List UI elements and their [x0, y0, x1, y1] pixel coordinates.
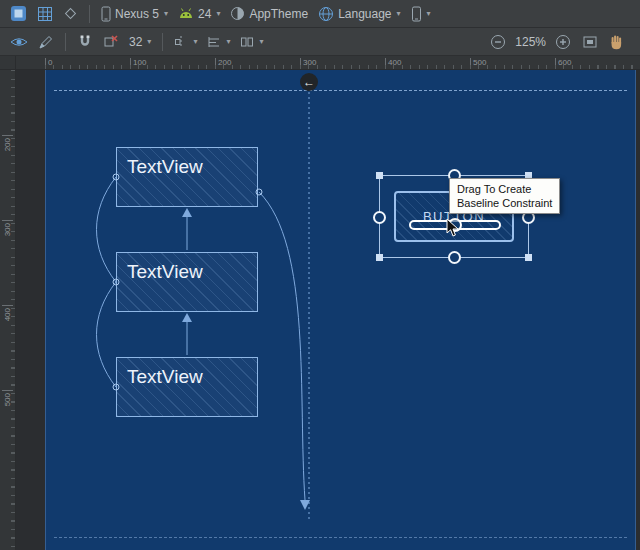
textview-label: TextView: [117, 148, 257, 178]
textview-widget-2[interactable]: TextView: [116, 252, 258, 312]
constraint-anchor-bottom[interactable]: [448, 251, 461, 264]
api-level-label: 24: [198, 7, 211, 21]
chevron-down-icon: ▾: [193, 38, 197, 46]
textview-widget-1[interactable]: TextView: [116, 147, 258, 207]
blueprint-mode-button[interactable]: [33, 3, 57, 25]
magnet-icon: [77, 34, 93, 49]
phone-icon: [101, 6, 111, 22]
hand-icon: [609, 34, 624, 50]
back-arrow-icon: ←: [303, 76, 315, 88]
tooltip: Drag To Create Baseline Constraint: [449, 178, 560, 214]
zoom-controls: 125%: [486, 31, 634, 53]
orientation-variant-button[interactable]: [59, 3, 82, 25]
textview-label: TextView: [117, 253, 257, 283]
horizontal-ruler: 0 100 200 300 400 500 600: [16, 56, 640, 70]
vertical-ruler: 200 300 400 500: [0, 70, 16, 550]
chevron-down-icon: ▾: [427, 10, 431, 18]
textview-widget-3[interactable]: TextView: [116, 357, 258, 417]
zoom-in-icon: [555, 34, 571, 50]
resize-handle[interactable]: [376, 254, 383, 261]
default-margin-value: 32: [129, 35, 142, 49]
blueprint-paint-button[interactable]: [34, 31, 58, 53]
pack-icon: [240, 35, 254, 49]
theme-selector[interactable]: AppTheme: [226, 3, 312, 25]
chevron-down-icon: ▾: [147, 38, 151, 46]
zoom-out-icon: [490, 34, 506, 50]
textview-label: TextView: [117, 358, 257, 388]
guidelines-menu-button[interactable]: ▾: [170, 31, 201, 53]
guideline-icon: [174, 35, 188, 49]
top-margin-guide: [54, 90, 627, 91]
constraint-anchor-left[interactable]: [373, 211, 386, 224]
tooltip-line-1: Drag To Create: [457, 182, 552, 196]
theme-icon: [230, 6, 245, 21]
device-orientation-selector[interactable]: ▾: [407, 3, 435, 25]
resize-handle[interactable]: [376, 172, 383, 179]
eye-icon: [10, 35, 28, 49]
toolbar-separator: [89, 5, 90, 23]
clear-constraints-icon: [103, 34, 119, 49]
toolbar-separator: [65, 33, 66, 51]
clear-constraints-button[interactable]: [99, 31, 123, 53]
chevron-down-icon: ▾: [164, 10, 168, 18]
design-canvas: ← TextView TextView TextView BUTTON: [16, 70, 640, 550]
view-options-button[interactable]: [6, 31, 32, 53]
align-icon: [207, 35, 221, 49]
design-surface-button[interactable]: [6, 3, 31, 25]
default-margin-selector[interactable]: 32 ▾: [125, 31, 155, 53]
device-selector-label: Nexus 5: [115, 7, 159, 21]
zoom-out-button[interactable]: [486, 31, 510, 53]
chevron-down-icon: ▾: [216, 10, 220, 18]
chevron-down-icon: ▾: [226, 38, 230, 46]
pack-menu-button[interactable]: ▾: [236, 31, 267, 53]
chevron-down-icon: ▾: [259, 38, 263, 46]
mouse-cursor-icon: [446, 218, 460, 238]
resize-handle[interactable]: [525, 254, 532, 261]
pan-button[interactable]: [605, 31, 628, 53]
blueprint-canvas[interactable]: ← TextView TextView TextView BUTTON: [45, 70, 636, 550]
editor-toolbar: 32 ▾ ▾ ▾ ▾ 125%: [0, 28, 640, 56]
ruler-corner: [0, 56, 16, 70]
screen-bottom-edge: [54, 537, 627, 538]
grid-icon: [37, 6, 53, 22]
theme-label: AppTheme: [249, 7, 308, 21]
zoom-level-label: 125%: [513, 35, 548, 49]
api-level-selector[interactable]: 24 ▾: [174, 3, 224, 25]
autoconnect-button[interactable]: [73, 31, 97, 53]
phone-portrait-icon: [411, 6, 422, 22]
globe-icon: [318, 6, 334, 22]
guideline-anchor[interactable]: ←: [300, 73, 318, 91]
android-icon: [178, 7, 194, 20]
design-surface-icon: [10, 5, 27, 22]
toolbar-separator: [162, 33, 163, 51]
chevron-down-icon: ▾: [397, 10, 401, 18]
language-label: Language: [338, 7, 391, 21]
tooltip-line-2: Baseline Constraint: [457, 196, 552, 210]
zoom-in-button[interactable]: [551, 31, 575, 53]
design-toolbar: Nexus 5 ▾ 24 ▾ AppTheme Language ▾ ▾: [0, 0, 640, 28]
brush-icon: [38, 34, 54, 50]
language-selector[interactable]: Language ▾: [314, 3, 404, 25]
diamond-icon: [63, 6, 78, 21]
fit-screen-icon: [582, 34, 598, 50]
zoom-fit-button[interactable]: [578, 31, 602, 53]
align-menu-button[interactable]: ▾: [203, 31, 234, 53]
device-selector[interactable]: Nexus 5 ▾: [97, 3, 172, 25]
